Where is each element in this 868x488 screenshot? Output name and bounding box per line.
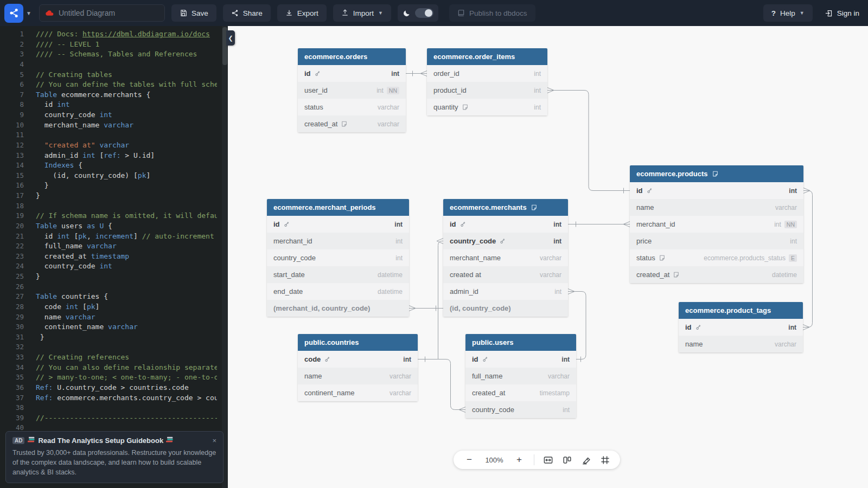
field-row-merchant_id[interactable]: merchant_idint [267,233,409,249]
frame-button[interactable] [600,455,610,465]
code-line[interactable]: 37Ref: ecommerce.merchants.country_code … [0,393,217,403]
code-line[interactable]: 13 admin_id int [ref: > U.id] [0,151,217,161]
table-header[interactable]: ecommerce.merchant_periods [267,199,409,216]
field-row-name[interactable]: namevarchar [679,336,803,352]
code-line[interactable]: 39//------------------------------------… [0,413,217,423]
code-lines[interactable]: 1//// Docs: https://dbml.dbdiagram.io/do… [0,29,217,433]
field-row-name[interactable]: namevarchar [630,199,803,216]
field-row-status[interactable]: statusvarchar [298,99,406,115]
code-line[interactable]: 27Table countries { [0,292,217,302]
field-row-user_id[interactable]: user_idintNN [298,82,406,99]
import-button[interactable]: Import ▼ [333,4,391,22]
code-line[interactable]: 12 "created at" varchar [0,140,217,151]
table-header[interactable]: ecommerce.merchants [443,199,568,216]
field-row-created_at[interactable]: created_atdatetime [630,266,803,283]
code-line[interactable]: 7Table ecommerce.merchants { [0,90,217,100]
code-line[interactable]: 20Table users as U { [0,221,217,232]
code-line[interactable]: 25} [0,272,217,282]
ad-title[interactable]: Read The Analytics Setup Guidebook [28,436,174,445]
publish-dbdocs-button[interactable]: Publish to dbdocs [449,4,535,22]
code-line[interactable]: 30 continent_name varchar [0,322,217,332]
field-row-code[interactable]: codeint [298,351,418,368]
table-ecommerce.product_tags[interactable]: ecommerce.product_tagsidintnamevarchar [679,302,803,352]
field-row-merchant_name[interactable]: merchant_namevarchar [443,249,568,266]
table-header[interactable]: ecommerce.order_items [427,48,547,65]
code-line[interactable]: 18 [0,201,217,211]
code-line[interactable]: 8 id int [0,100,217,110]
field-row-admin_id[interactable]: admin_idint [443,283,568,300]
code-line[interactable]: 24 country_code int [0,261,217,272]
zoom-out-button[interactable]: − [463,454,475,466]
field-row-id[interactable]: idint [298,65,406,82]
field-row-created_at[interactable]: created_attimestamp [465,384,576,401]
field-row-(id, country_code)[interactable]: (id, country_code) [443,300,568,317]
fit-to-screen-button[interactable] [543,455,553,465]
table-public.countries[interactable]: public.countriescodeintnamevarcharcontin… [298,334,418,401]
code-line[interactable]: 35// > many-to-one; < one-to-many; - one… [0,373,217,383]
field-row-(merchant_id, country_code)[interactable]: (merchant_id, country_code) [267,300,409,317]
dbml-code-editor[interactable]: 1//// Docs: https://dbml.dbdiagram.io/do… [0,26,228,488]
code-line[interactable]: 4 [0,60,217,70]
code-line[interactable]: 5// Creating tables [0,70,217,80]
code-line[interactable]: 28 code int [pk] [0,302,217,312]
help-button[interactable]: ? Help ▼ [763,4,813,22]
table-ecommerce.products[interactable]: ecommerce.productsidintnamevarcharmercha… [630,165,803,283]
editor-scrollbar[interactable] [222,26,228,488]
code-line[interactable]: 14 Indexes { [0,160,217,171]
diagram-canvas[interactable]: ecommerce.ordersidintuser_idintNNstatusv… [228,26,868,488]
field-row-merchant_id[interactable]: merchant_idintNN [630,216,803,233]
ad-close-icon[interactable]: × [212,437,216,444]
code-line[interactable]: 23 created_at timestamp [0,252,217,262]
table-header[interactable]: public.countries [298,334,418,351]
code-line[interactable]: 31 } [0,332,217,343]
zoom-in-button[interactable]: + [513,454,525,466]
field-row-start_date[interactable]: start_datedatetime [267,266,409,283]
code-line[interactable]: 38 [0,403,217,413]
table-public.users[interactable]: public.usersidintfull_namevarcharcreated… [465,334,576,418]
code-line[interactable]: 11 [0,130,217,140]
code-line[interactable]: 19// If schema name is omitted, it will … [0,211,217,221]
code-line[interactable]: 32 [0,342,217,352]
highlighter-button[interactable] [581,455,591,465]
table-header[interactable]: ecommerce.product_tags [679,302,803,319]
field-row-country_code[interactable]: country_codeint [465,401,576,418]
field-row-continent_name[interactable]: continent_namevarchar [298,384,418,401]
table-ecommerce.merchant_periods[interactable]: ecommerce.merchant_periodsidintmerchant_… [267,199,409,317]
signin-button[interactable]: Sign in [825,9,859,17]
code-line[interactable]: 33// Creating references [0,352,217,363]
table-ecommerce.merchants[interactable]: ecommerce.merchantsidintcountry_codeintm… [443,199,568,317]
diagram-title-input[interactable]: Untitled Diagram [39,4,165,22]
code-line[interactable]: 3//// -- Schemas, Tables and References [0,49,217,60]
field-row-quantity[interactable]: quantityint [427,99,547,115]
code-line[interactable]: 2//// -- LEVEL 1 [0,40,217,50]
field-row-created_at[interactable]: created_atvarchar [298,115,406,132]
auto-arrange-button[interactable] [562,455,572,465]
app-logo-menu[interactable]: ▼ [4,4,31,23]
table-header[interactable]: ecommerce.orders [298,48,406,65]
field-row-id[interactable]: idint [267,216,409,233]
code-line[interactable]: 16 } [0,181,217,191]
field-row-product_id[interactable]: product_idint [427,82,547,99]
table-header[interactable]: public.users [465,334,576,351]
table-ecommerce.orders[interactable]: ecommerce.ordersidintuser_idintNNstatusv… [298,48,406,132]
field-row-country_code[interactable]: country_codeint [443,233,568,249]
field-row-order_id[interactable]: order_idint [427,65,547,82]
field-row-price[interactable]: priceint [630,233,803,249]
field-row-created at[interactable]: created atvarchar [443,266,568,283]
field-row-name[interactable]: namevarchar [298,368,418,384]
export-button[interactable]: Export [277,4,327,22]
code-line[interactable]: 1//// Docs: https://dbml.dbdiagram.io/do… [0,29,217,40]
share-button[interactable]: Share [223,4,271,22]
field-row-id[interactable]: idint [679,319,803,336]
save-button[interactable]: Save [171,4,216,22]
table-ecommerce.order_items[interactable]: ecommerce.order_itemsorder_idintproduct_… [427,48,547,115]
code-line[interactable]: 26 [0,282,217,292]
table-header[interactable]: ecommerce.products [630,165,803,182]
field-row-id[interactable]: idint [630,182,803,199]
field-row-id[interactable]: idint [443,216,568,233]
field-row-id[interactable]: idint [465,351,576,368]
code-line[interactable]: 34// You can also define relaionship sep… [0,363,217,373]
code-line[interactable]: 6// You can define the tables with full … [0,80,217,90]
code-line[interactable]: 36Ref: U.country_code > countries.code [0,383,217,393]
dark-mode-toggle[interactable] [398,4,438,22]
